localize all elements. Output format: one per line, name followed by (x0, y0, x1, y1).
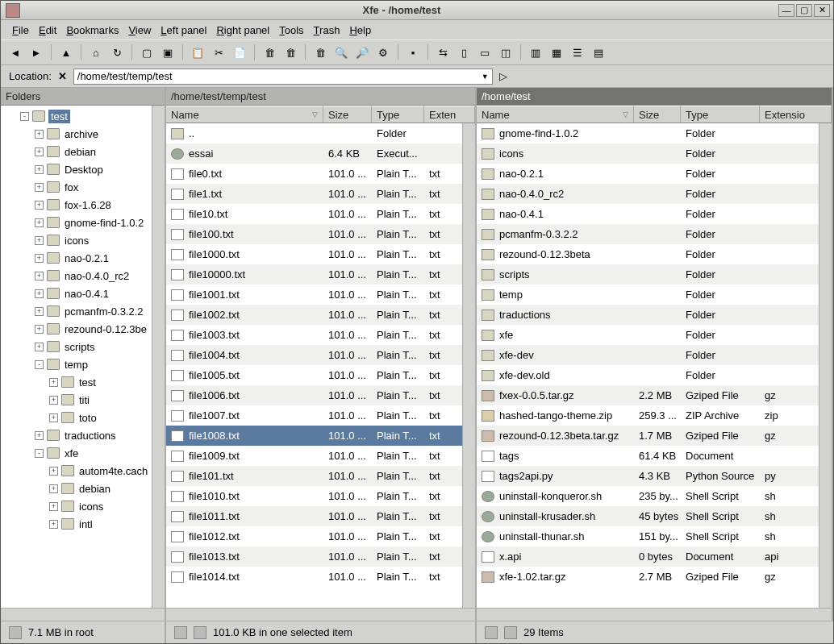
expand-icon[interactable]: - (20, 112, 29, 121)
back-button[interactable]: ◄ (6, 43, 25, 62)
menu-edit[interactable]: Edit (35, 23, 60, 38)
expand-icon[interactable]: + (35, 307, 44, 316)
file-row[interactable]: xfe-dev.oldFolder (477, 365, 819, 385)
tree-item[interactable]: +gnome-find-1.0.2 (1, 214, 152, 231)
file-row[interactable]: nao-0.2.1Folder (477, 164, 819, 184)
file-row[interactable]: file10000.txt101.0 ...Plain T...txt (166, 264, 462, 285)
panel-two-button[interactable]: ◫ (496, 43, 515, 62)
tree-item[interactable]: +Desktop (1, 160, 152, 178)
expand-icon[interactable]: + (35, 254, 44, 263)
panel-tree-button[interactable]: ▯ (454, 43, 473, 62)
file-row[interactable]: file0.txt101.0 ...Plain T...txt (166, 164, 462, 184)
left-filelist[interactable]: ..Folderessai6.4 KBExecut...file0.txt101… (166, 123, 462, 608)
expand-icon[interactable]: + (49, 413, 58, 422)
tree-item[interactable]: +icons (1, 231, 152, 249)
expand-icon[interactable]: + (49, 467, 58, 476)
expand-icon[interactable]: + (49, 396, 58, 405)
menu-file[interactable]: File (9, 23, 32, 38)
expand-icon[interactable]: + (35, 289, 44, 298)
view-list-button[interactable]: ☰ (568, 43, 587, 62)
tree-item[interactable]: +scripts (1, 338, 152, 355)
tree-item[interactable]: +traductions (1, 426, 152, 444)
expand-icon[interactable]: + (35, 236, 44, 245)
file-row[interactable]: file1013.txt101.0 ...Plain T...txt (166, 546, 462, 567)
forward-button[interactable]: ► (27, 43, 46, 62)
folder-tree[interactable]: -test+archive+debian+Desktop+fox+fox-1.6… (1, 106, 152, 608)
file-row[interactable]: file100.txt101.0 ...Plain T...txt (166, 224, 462, 244)
file-row[interactable]: file1.txt101.0 ...Plain T...txt (166, 184, 462, 204)
tree-item[interactable]: -test (1, 107, 152, 125)
file-row[interactable]: nao-0.4.1Folder (477, 204, 819, 224)
expand-icon[interactable]: + (35, 431, 44, 440)
menu-trash[interactable]: Trash (311, 23, 344, 38)
expand-icon[interactable]: - (35, 360, 44, 369)
dropdown-icon[interactable]: ▼ (482, 73, 489, 81)
menu-help[interactable]: Help (346, 23, 374, 38)
expand-icon[interactable]: + (35, 130, 44, 139)
file-row[interactable]: scriptsFolder (477, 264, 819, 285)
file-row[interactable]: fxex-0.0.5.tar.gz2.2 MBGziped Filegz (477, 385, 819, 405)
menu-bookmarks[interactable]: Bookmarks (63, 23, 122, 38)
view-details-button[interactable]: ▤ (589, 43, 608, 62)
col-ext[interactable]: Extensio (760, 106, 832, 123)
expand-icon[interactable]: - (35, 449, 44, 458)
up-button[interactable]: ▲ (56, 43, 76, 62)
sync-button[interactable]: ⇆ (433, 43, 452, 62)
filter-icon[interactable] (504, 626, 517, 639)
expand-icon[interactable]: + (35, 201, 44, 210)
tree-item[interactable]: +debian (1, 143, 152, 160)
expand-icon[interactable]: + (35, 325, 44, 334)
file-row[interactable]: x.api0 bytesDocumentapi (477, 546, 819, 567)
tree-item[interactable]: +pcmanfm-0.3.2.2 (1, 302, 152, 320)
expand-icon[interactable]: + (49, 378, 58, 387)
file-row[interactable]: xfe-1.02.tar.gz2.7 MBGziped Filegz (477, 567, 819, 587)
file-row[interactable]: traductionsFolder (477, 305, 819, 325)
file-row[interactable]: file1009.txt101.0 ...Plain T...txt (166, 446, 462, 466)
expand-icon[interactable]: + (35, 343, 44, 351)
refresh-button[interactable]: ↻ (107, 43, 127, 62)
file-row[interactable]: file1012.txt101.0 ...Plain T...txt (166, 526, 462, 546)
file-row[interactable]: xfeFolder (477, 325, 819, 345)
close-button[interactable]: ✕ (814, 4, 830, 17)
go-icon[interactable]: ▷ (499, 70, 512, 83)
file-row[interactable]: rezound-0.12.3beta.tar.gz1.7 MBGziped Fi… (477, 426, 819, 446)
tree-item[interactable]: +titi (1, 391, 152, 409)
menu-left-panel[interactable]: Left panel (157, 23, 210, 38)
cut-button[interactable]: ✂ (209, 43, 228, 62)
file-row[interactable]: file1004.txt101.0 ...Plain T...txt (166, 345, 462, 365)
file-row[interactable]: xfe-devFolder (477, 345, 819, 365)
trash-full-button[interactable]: 🗑 (311, 43, 330, 62)
panel-tree2-button[interactable]: ▥ (526, 43, 545, 62)
file-row[interactable]: uninstall-thunar.sh151 by...Shell Script… (477, 526, 819, 546)
file-row[interactable]: file1001.txt101.0 ...Plain T...txt (166, 285, 462, 305)
file-row[interactable]: pcmanfm-0.3.2.2Folder (477, 224, 819, 244)
filter-icon[interactable] (194, 626, 206, 639)
col-type[interactable]: Type (372, 106, 424, 123)
tree-item[interactable]: +archive (1, 125, 152, 143)
file-row[interactable]: iconsFolder (477, 143, 819, 164)
file-row[interactable]: hashed-tango-theme.zip259.3 ...ZIP Archi… (477, 405, 819, 426)
file-row[interactable]: file1006.txt101.0 ...Plain T...txt (166, 385, 462, 405)
paste-button[interactable]: 📄 (230, 43, 249, 62)
replace-button[interactable]: 🔎 (352, 43, 372, 62)
col-name[interactable]: Name▽ (166, 106, 323, 123)
panel-one-button[interactable]: ▭ (475, 43, 494, 62)
file-row[interactable]: tags2api.py4.3 KBPython Sourcepy (477, 466, 819, 486)
expand-icon[interactable]: + (35, 218, 44, 227)
tree-item[interactable]: -temp (1, 355, 152, 373)
file-row[interactable]: file1008.txt101.0 ...Plain T...txt (166, 426, 462, 446)
maximize-button[interactable]: ▢ (796, 4, 812, 17)
col-ext[interactable]: Exten (424, 106, 475, 123)
tree-item[interactable]: +debian (1, 480, 152, 497)
menu-view[interactable]: View (125, 23, 154, 38)
expand-icon[interactable]: + (35, 272, 44, 280)
expand-icon[interactable]: + (35, 165, 44, 174)
tree-item[interactable]: +test (1, 373, 152, 391)
expand-icon[interactable]: + (35, 183, 44, 192)
file-row[interactable]: file1011.txt101.0 ...Plain T...txt (166, 506, 462, 526)
view-icons-button[interactable]: ▦ (547, 43, 566, 62)
gear-button[interactable]: ⚙ (373, 43, 393, 62)
col-size[interactable]: Size (634, 106, 681, 123)
tree-item[interactable]: +intl (1, 515, 152, 533)
trash-empty-button[interactable]: 🗑 (281, 43, 300, 62)
